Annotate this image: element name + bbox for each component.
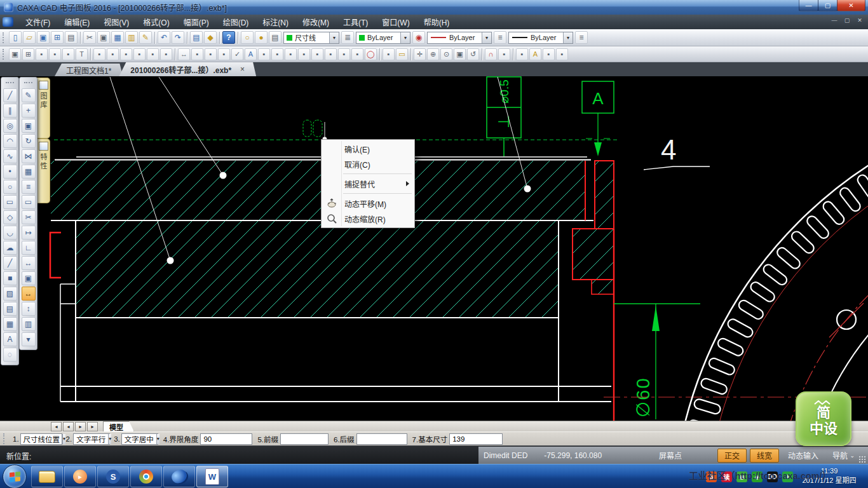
zoom-previous-icon[interactable]: ↺ <box>467 48 479 60</box>
wave-curve-icon[interactable]: ▪ <box>93 48 105 60</box>
align-dim-icon[interactable]: ▪ <box>311 48 323 60</box>
scale-ruler-icon[interactable]: ▪ <box>62 48 74 60</box>
option-select-1[interactable]: 尺寸线位置▾ <box>20 433 62 445</box>
erase-icon[interactable]: ✎ <box>22 88 36 102</box>
menu-item-6[interactable]: 绘图(D) <box>216 15 256 29</box>
edit-text-icon[interactable]: A <box>529 48 541 60</box>
taskbar-app-sogou[interactable]: S <box>97 466 129 487</box>
viewport-split-icon[interactable]: ▪ <box>36 48 48 60</box>
option-input-7[interactable] <box>449 433 503 445</box>
redo-icon[interactable]: ↷ <box>172 31 184 44</box>
prev-sheet-button[interactable]: ◂ <box>63 422 74 431</box>
drawing-canvas[interactable]: ⌀0.5 ⊥ A <box>0 76 868 421</box>
fillet-icon[interactable]: ∟ <box>22 241 36 255</box>
zoom-in-icon[interactable]: ⊕ <box>427 48 439 60</box>
command-prompt[interactable]: 新位置: <box>6 451 31 461</box>
start-button[interactable] <box>3 464 27 488</box>
check-symbol-icon[interactable]: ✓ <box>231 48 243 60</box>
section-symbol-icon[interactable]: ▪ <box>160 48 172 60</box>
close-tab-icon[interactable]: × <box>240 65 245 74</box>
block-make-icon[interactable]: ▣ <box>22 271 36 285</box>
cloud-mark-icon[interactable]: ▪ <box>133 48 146 60</box>
menu-item-9[interactable]: 工具(T) <box>336 15 375 29</box>
taskbar-app-chrome[interactable] <box>130 466 162 487</box>
selected-left-profile[interactable] <box>50 233 61 278</box>
menu-item-7[interactable]: 标注(N) <box>255 15 295 29</box>
help-icon[interactable]: ? <box>222 31 235 44</box>
angle-note-icon[interactable]: ▪ <box>285 48 297 60</box>
grip-handle[interactable] <box>524 186 531 193</box>
spline-icon[interactable]: ∿ <box>3 149 17 163</box>
copy-icon[interactable]: ▣ <box>97 31 110 44</box>
safe-lock-icon[interactable]: ◆ <box>204 31 217 44</box>
sidebar-tab-library[interactable]: 图库 <box>37 78 50 139</box>
balloon-icon[interactable]: ◯ <box>365 48 377 60</box>
chevron-down-icon[interactable]: ▾ <box>108 434 111 444</box>
context-menu-item-2[interactable]: 取消(C) <box>322 156 414 172</box>
chamfer-note-icon[interactable]: ▪ <box>325 48 337 60</box>
context-menu-item-1[interactable]: 确认(E) <box>322 141 414 156</box>
layers-list-icon[interactable]: ≣ <box>341 31 354 44</box>
toolbar-grip[interactable] <box>3 433 6 444</box>
lasso-icon[interactable]: ◌ <box>3 348 17 362</box>
pan-view-icon[interactable]: ✛ <box>414 48 426 60</box>
dim-edit-icon[interactable]: ↕ <box>22 302 36 316</box>
frame-select-icon[interactable]: ▣ <box>9 48 21 60</box>
undo-icon[interactable]: ↶ <box>158 31 170 44</box>
coordinate-dim-icon[interactable]: ▪ <box>191 48 203 60</box>
chevron-down-icon[interactable]: ▾ <box>156 434 159 444</box>
text-style-icon[interactable]: T <box>76 48 88 60</box>
sidebar-tab-properties[interactable]: 特性 <box>37 139 50 203</box>
array-icon[interactable]: ▦ <box>22 165 36 179</box>
context-menu-item-5[interactable]: 动态缩放(R) <box>322 211 414 226</box>
extend-icon[interactable]: ↦ <box>22 226 36 240</box>
edit-properties-icon[interactable]: ▪ <box>556 48 568 60</box>
document-tab-2[interactable]: 201000266转子部...接）.exb*× <box>119 62 256 76</box>
copy-with-point-icon[interactable]: ▦ <box>111 31 124 44</box>
next-sheet-button[interactable]: ▸ <box>75 422 86 431</box>
chevron-down-icon[interactable]: ▾ <box>563 32 573 43</box>
rotate-icon[interactable]: ↻ <box>22 134 36 148</box>
menu-item-2[interactable]: 编辑(E) <box>57 15 97 29</box>
dimension-icon[interactable]: ↔ <box>22 287 36 301</box>
toolbar-grip[interactable] <box>3 32 6 43</box>
menu-item-1[interactable]: 文件(F) <box>18 15 57 29</box>
chevron-down-icon[interactable]: ▾ <box>482 32 491 43</box>
toolbar-grip[interactable] <box>3 49 6 60</box>
offset-icon[interactable]: ≡ <box>22 180 36 194</box>
context-menu-item-3[interactable]: 捕捉替代 <box>322 176 414 191</box>
document-tab-1[interactable]: 工程图文档1* <box>55 64 123 76</box>
rectangle-icon[interactable]: ▭ <box>3 195 17 209</box>
linestyle-list-icon[interactable]: ≡ <box>494 31 506 44</box>
layer-dropdown[interactable]: 尺寸线 ▾ <box>283 32 339 44</box>
point-icon[interactable]: • <box>3 165 17 179</box>
chevron-down-icon[interactable]: ▾ <box>329 32 339 43</box>
hatch-icon[interactable]: ▨ <box>3 287 17 301</box>
option-input-4[interactable] <box>200 433 252 445</box>
lineweight-menu-icon[interactable]: ≡ <box>575 31 588 44</box>
table-insert-icon[interactable]: ▦ <box>3 317 17 331</box>
lineweight-toggle[interactable]: 线宽 <box>750 449 779 463</box>
color-dropdown[interactable]: ByLayer ▾ <box>356 32 410 44</box>
edit-brush-icon[interactable]: ▪ <box>516 48 528 60</box>
taskbar-app-wmp[interactable]: ▸ <box>64 466 96 487</box>
chevron-down-icon[interactable]: ▾ <box>400 32 410 43</box>
ellipse-icon[interactable]: ○ <box>3 180 17 194</box>
paste-icon[interactable]: ▥ <box>125 31 138 44</box>
option-select-2[interactable]: 文字平行▾ <box>73 433 110 445</box>
axis-line-icon[interactable]: ╱ <box>3 256 17 270</box>
menu-item-5[interactable]: 幅面(P) <box>177 15 216 29</box>
first-sheet-button[interactable]: ◂ <box>51 422 62 431</box>
layer-switch-icon[interactable]: ● <box>255 31 268 44</box>
color-wheel-icon[interactable]: ◉ <box>412 31 425 44</box>
menu-item-3[interactable]: 视图(V) <box>97 15 136 29</box>
zoom-dynamic-icon[interactable]: ⊙ <box>440 48 452 60</box>
welding-symbol-icon[interactable]: ▪ <box>351 48 363 60</box>
model-tab[interactable]: 模型 <box>103 421 134 432</box>
taskbar-app-caxa[interactable] <box>163 466 195 487</box>
pin-view-icon[interactable]: ▾ <box>22 332 36 346</box>
roughness-symbol-icon[interactable]: ▪ <box>338 48 350 60</box>
datum-symbol-icon[interactable]: A <box>245 48 257 60</box>
solid-fill-icon[interactable]: ■ <box>3 271 17 285</box>
taskbar-app-explorer[interactable] <box>31 466 63 487</box>
